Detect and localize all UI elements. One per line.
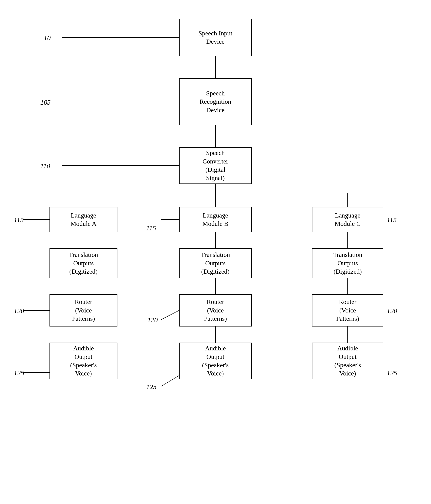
label-125-right: 125 xyxy=(387,369,397,377)
lang-module-a-box: LanguageModule A xyxy=(49,207,117,232)
speech-converter-box: SpeechConverter(DigitalSignal) xyxy=(179,147,252,184)
speech-input-box: Speech InputDevice xyxy=(179,19,252,56)
label-110: 110 xyxy=(40,162,50,170)
label-10: 10 xyxy=(44,34,51,42)
label-115-left: 115 xyxy=(14,216,24,224)
svg-line-23 xyxy=(161,310,179,320)
audible-c-box: AudibleOutput(Speaker'sVoice) xyxy=(312,342,383,379)
label-120-right: 120 xyxy=(387,307,397,315)
router-c-box: Router(VoicePatterns) xyxy=(312,294,383,326)
router-a-box: Router(VoicePatterns) xyxy=(49,294,117,326)
translation-a-box: TranslationOutputs(Digitized) xyxy=(49,248,117,278)
speech-recognition-box: SpeechRecognitionDevice xyxy=(179,78,252,125)
audible-b-box: AudibleOutput(Speaker'sVoice) xyxy=(179,342,252,379)
translation-b-box: TranslationOutputs(Digitized) xyxy=(179,248,252,278)
label-115-center: 115 xyxy=(146,224,156,232)
label-115-right: 115 xyxy=(387,216,397,224)
label-125-center: 125 xyxy=(146,383,157,391)
translation-c-box: TranslationOutputs(Digitized) xyxy=(312,248,383,278)
label-105: 105 xyxy=(40,99,51,106)
diagram: Speech InputDevice SpeechRecognitionDevi… xyxy=(0,0,431,504)
label-120-left: 120 xyxy=(14,307,24,315)
label-120-center: 120 xyxy=(147,316,158,324)
lang-module-c-box: LanguageModule C xyxy=(312,207,383,232)
label-125-left: 125 xyxy=(14,369,24,377)
router-b-box: Router(VoicePatterns) xyxy=(179,294,252,326)
audible-a-box: AudibleOutput(Speaker'sVoice) xyxy=(49,342,117,379)
lang-module-b-box: LanguageModule B xyxy=(179,207,252,232)
